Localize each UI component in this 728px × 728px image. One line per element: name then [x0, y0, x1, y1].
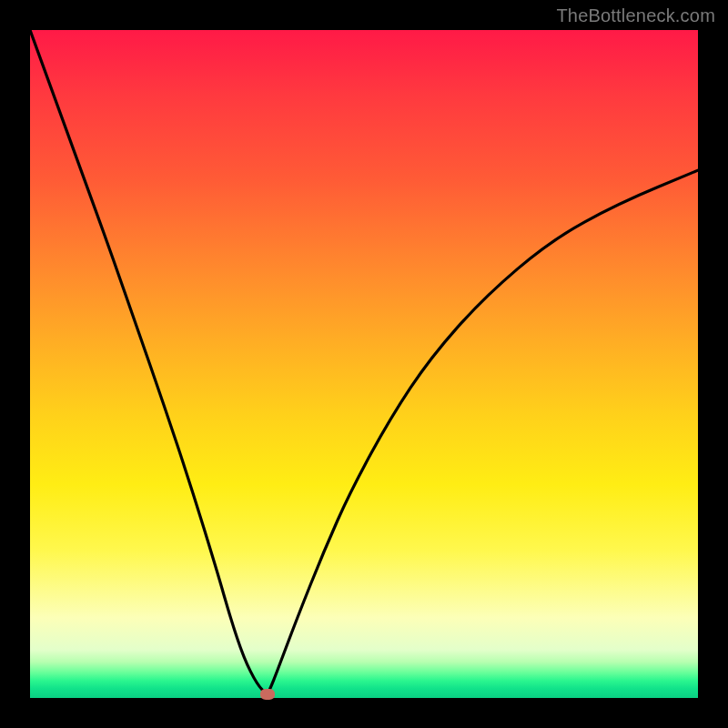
plot-area: [30, 30, 698, 698]
optimal-point-marker: [260, 689, 275, 700]
chart-frame: TheBottleneck.com: [0, 0, 728, 728]
bottleneck-curve: [30, 30, 698, 693]
curve-svg: [30, 30, 698, 698]
watermark-text: TheBottleneck.com: [556, 5, 715, 26]
